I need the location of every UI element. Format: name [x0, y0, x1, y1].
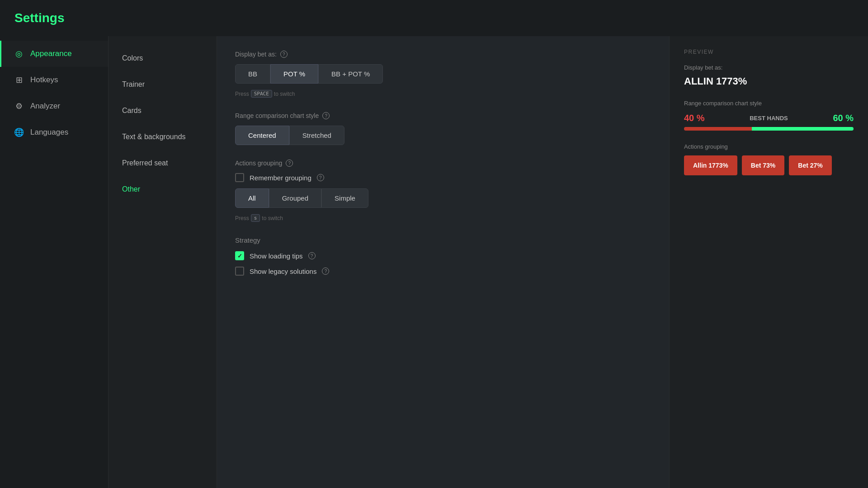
preview-title: PREVIEW [684, 49, 854, 55]
sidebar-item-appearance[interactable]: ◎ Appearance [0, 41, 108, 67]
sub-item-preferred-seat[interactable]: Preferred seat [108, 150, 217, 176]
show-legacy-solutions-checkbox[interactable] [235, 267, 244, 276]
actions-grouping-help-icon[interactable]: ? [286, 160, 293, 167]
preview-bet27-btn[interactable]: Bet 27% [789, 155, 831, 175]
range-chart-centered-btn[interactable]: Centered [235, 126, 289, 145]
strategy-label: Strategy [235, 236, 651, 244]
display-bet-bb-btn[interactable]: BB [235, 64, 270, 84]
display-bet-help-icon[interactable]: ? [280, 51, 288, 58]
sidebar-label-languages: Languages [30, 128, 68, 137]
show-loading-tips-row: Show loading tips ? [235, 251, 651, 260]
sub-item-text-backgrounds[interactable]: Text & backgrounds [108, 124, 217, 150]
sub-item-other[interactable]: Other [108, 176, 217, 202]
hotkeys-icon: ⊞ [14, 75, 24, 85]
actions-all-btn[interactable]: All [235, 188, 269, 208]
sub-item-cards[interactable]: Cards [108, 98, 217, 124]
remember-grouping-row: Remember grouping ? [235, 173, 651, 182]
chart-bar-left [684, 127, 752, 131]
preview-chart-label: Range comparison chart style [684, 100, 854, 107]
sub-item-colors[interactable]: Colors [108, 45, 217, 71]
s-key-badge: s [251, 214, 260, 222]
display-bet-label: Display bet as: ? [235, 51, 651, 58]
sidebar-item-hotkeys[interactable]: ⊞ Hotkeys [0, 67, 108, 93]
chart-bar-container [684, 127, 854, 131]
actions-grouping-btn-group: All Grouped Simple [235, 188, 651, 208]
display-bet-bbpot-btn[interactable]: BB + POT % [318, 64, 383, 84]
sidebar-nav: ◎ Appearance ⊞ Hotkeys ⚙ Analyzer 🌐 Lang… [0, 36, 108, 488]
sidebar-label-hotkeys: Hotkeys [30, 75, 58, 84]
content-area: Display bet as: ? BB POT % BB + POT % Pr… [217, 36, 669, 488]
range-chart-help-icon[interactable]: ? [322, 112, 330, 119]
display-bet-btn-group: BB POT % BB + POT % [235, 64, 651, 84]
show-loading-tips-label: Show loading tips [250, 252, 303, 260]
header: Settings [0, 0, 868, 36]
sidebar-item-analyzer[interactable]: ⚙ Analyzer [0, 93, 108, 119]
analyzer-icon: ⚙ [14, 101, 24, 111]
preview-chart: 40 % BEST HANDS 60 % [684, 113, 854, 131]
preview-panel: PREVIEW Display bet as: ALLIN 1773% Rang… [669, 36, 868, 488]
show-legacy-solutions-row: Show legacy solutions ? [235, 267, 651, 276]
preview-action-btns: Allin 1773% Bet 73% Bet 27% [684, 155, 854, 175]
chart-center-label: BEST HANDS [750, 115, 788, 122]
show-loading-tips-checkbox[interactable] [235, 251, 244, 260]
preview-bet73-btn[interactable]: Bet 73% [742, 155, 784, 175]
actions-grouped-btn[interactable]: Grouped [269, 188, 321, 208]
display-bet-section: Display bet as: ? BB POT % BB + POT % Pr… [235, 51, 651, 98]
range-chart-btn-group: Centered Stretched [235, 126, 651, 145]
preview-display-bet-label: Display bet as: [684, 64, 854, 71]
actions-press-hint: Press s to switch [235, 214, 651, 222]
chart-bar-right [752, 127, 854, 131]
sidebar-sub: Colors Trainer Cards Text & backgrounds … [108, 36, 217, 488]
range-chart-label: Range comparison chart style ? [235, 112, 651, 119]
preview-grouping-label: Actions grouping [684, 143, 854, 150]
range-chart-section: Range comparison chart style ? Centered … [235, 112, 651, 145]
appearance-icon: ◎ [14, 49, 24, 59]
remember-grouping-help-icon[interactable]: ? [317, 174, 324, 181]
sidebar-label-appearance: Appearance [30, 49, 72, 58]
chart-right-pct: 60 % [833, 113, 854, 123]
strategy-section: Strategy Show loading tips ? Show legacy… [235, 236, 651, 276]
show-loading-tips-help-icon[interactable]: ? [308, 252, 316, 259]
show-legacy-solutions-help-icon[interactable]: ? [322, 267, 329, 275]
actions-grouping-label: Actions grouping ? [235, 160, 651, 167]
remember-grouping-checkbox[interactable] [235, 173, 244, 182]
sub-item-trainer[interactable]: Trainer [108, 71, 217, 98]
range-chart-stretched-btn[interactable]: Stretched [289, 126, 344, 145]
display-bet-pot-btn[interactable]: POT % [270, 64, 318, 84]
actions-simple-btn[interactable]: Simple [321, 188, 368, 208]
sidebar-label-analyzer: Analyzer [30, 102, 60, 111]
display-bet-press-hint: Press SPACE to switch [235, 90, 651, 98]
preview-bet-value: ALLIN 1773% [684, 75, 854, 87]
space-key-badge: SPACE [251, 90, 272, 98]
actions-grouping-section: Actions grouping ? Remember grouping ? A… [235, 160, 651, 222]
page-title: Settings [14, 11, 64, 25]
sidebar-item-languages[interactable]: 🌐 Languages [0, 119, 108, 145]
chart-left-pct: 40 % [684, 113, 705, 123]
show-legacy-solutions-label: Show legacy solutions [250, 267, 316, 275]
chart-row: 40 % BEST HANDS 60 % [684, 113, 854, 123]
preview-allin-btn[interactable]: Allin 1773% [684, 155, 737, 175]
main-layout: ◎ Appearance ⊞ Hotkeys ⚙ Analyzer 🌐 Lang… [0, 36, 868, 488]
languages-icon: 🌐 [14, 127, 24, 137]
remember-grouping-label: Remember grouping [250, 174, 311, 182]
